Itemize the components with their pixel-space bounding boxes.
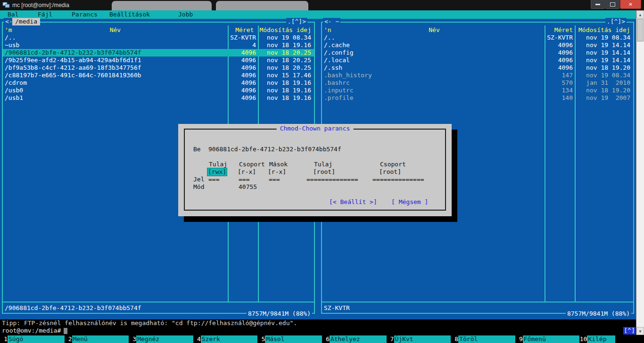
file-size: 4096 [545,57,575,64]
file-row[interactable]: /c88197b7-e665-491c-864c-76018419360b409… [3,72,314,79]
file-row[interactable]: .bashrc570jan 31 2010 [322,79,633,87]
file-row[interactable]: /usb14096nov 18 19.16 [3,94,314,102]
fkey-4-edit[interactable]: 4Szerk [193,335,258,343]
file-size: 570 [545,79,575,87]
panel-view-controls[interactable]: .[^]> [605,18,627,25]
column-headers: 'n Név Méret Módosítás idej [322,26,633,34]
menu-bar: Bal Fájl Parancs Beállítások Jobb [0,10,636,19]
owner-field[interactable]: [root] [313,168,335,176]
command-line[interactable]: root@omv:/media# [0,327,636,335]
file-row[interactable]: /bf9a53b8-c4cf-4212-aa69-18f3b347756f409… [3,64,314,72]
left-panel-path[interactable]: /media [12,18,40,25]
file-mtime: nov 19 08.34 [258,34,314,41]
file-row[interactable]: /.local4096nov 19 14.14 [322,57,633,64]
file-row[interactable]: ~usb4nov 18 19.16 [3,41,314,49]
menu-item-bal[interactable]: Bal [8,11,18,18]
scrollbar[interactable]: ▲ ▼ [636,10,644,335]
file-row[interactable]: /..SZ-KVTRnov 19 08.34 [322,34,633,41]
file-mtime: nov 18 19.16 [258,41,314,49]
file-row[interactable]: /.config4096nov 19 14.14 [322,49,633,57]
scrollbar-up-icon[interactable]: ▲ [636,10,644,18]
fkey-10-quit[interactable]: 10Kilép [579,335,644,343]
file-name: /.cache [322,41,545,49]
file-size: 4096 [228,57,258,64]
fkey-6-move[interactable]: 6Áthelyez [322,335,387,343]
mini-status: /906881cd-2bfe-4712-b232-b3f074bb574f [5,304,141,312]
owner-header: Tulaj [314,161,332,168]
file-mtime: nov 19 14.14 [575,57,633,64]
scrollbar-thumb[interactable] [637,19,644,41]
file-size: 4096 [228,87,258,94]
file-row[interactable]: /usb04096nov 18 19.16 [3,87,314,94]
file-mtime: nov 18 19.16 [258,79,314,87]
fkey-8-delete[interactable]: 8Töröl [451,335,515,343]
file-size: 134 [545,87,575,94]
menu-item-jobb[interactable]: Jobb [178,11,193,18]
minimize-button[interactable] [591,0,605,9]
file-mtime: nov 18 20.25 [258,57,314,64]
owner-perm-field[interactable]: [rwx] [207,168,227,176]
fkey-3-view[interactable]: 3Megnéz [129,335,193,343]
file-name: .profile [322,94,545,102]
close-button[interactable]: × [620,0,641,9]
menu-item-beallitasok[interactable]: Beállítások [109,11,150,18]
chmod-chown-dialog: Chmod-Chown parancs Be 906881cd-2bfe-471… [178,124,452,216]
file-name: /.local [322,57,545,64]
shell-prompt: root@omv:/media# [2,327,61,334]
file-row[interactable]: /9b25f9ee-afd2-4b15-ab94-429a4bf6d1f1409… [3,57,314,64]
file-name: ~usb [3,41,228,49]
file-row-selected[interactable]: /906881cd-2bfe-4712-b232-b3f074bb574f409… [3,49,314,57]
file-row[interactable]: .profile140nov 19 2007 [322,94,633,102]
file-row[interactable]: /.ssh4096nov 18 19.20 [322,64,633,72]
cancel-button[interactable]: [ Mégsem ] [391,198,428,206]
menu-item-fajl[interactable]: Fájl [38,11,52,18]
file-name: /bf9a53b8-c4cf-4212-aa69-18f3b347756f [3,64,228,72]
command-history-button[interactable]: [^] [623,327,636,335]
panel-view-controls[interactable]: .[^]> [286,18,307,25]
group-mark: ============== [372,176,424,183]
file-mtime: nov 19 2007 [575,94,633,102]
panel-frame-marker[interactable]: <- ~ [323,18,340,25]
other-perm-field[interactable]: [r-x] [268,168,286,176]
fkey-9-pulldown[interactable]: 9Főmenü [515,335,580,343]
maximize-button[interactable] [605,0,619,9]
file-name: /.. [322,34,545,41]
file-row[interactable]: .bash_history147nov 19 08.34 [322,72,633,79]
fkey-5-copy[interactable]: 5Másol [257,335,322,343]
file-row[interactable]: .inputrc134nov 18 19.20 [322,87,633,94]
file-size: 4096 [545,49,575,57]
other-perm-header: Mások [269,161,288,168]
file-list: /..SZ-KVTRnov 19 08.34 ~usb4nov 18 19.16… [3,34,314,102]
fkey-2-menu[interactable]: 2Menü [65,335,129,343]
mini-status-separator [3,302,314,302]
file-list: /..SZ-KVTRnov 19 08.34 /.cache4096nov 19… [322,34,633,102]
sort-indicator: 'm [5,26,12,34]
file-mtime: jan 31 2010 [575,79,633,87]
file-size: 4096 [545,64,575,72]
file-mtime: nov 18 20.25 [258,64,314,72]
file-row[interactable]: /cdrom4096nov 18 19.16 [3,79,314,87]
owner-perm-header: Tulaj [209,161,227,168]
menu-item-parancs[interactable]: Parancs [72,11,98,18]
fkey-7-mkdir[interactable]: 7ÚjKvt [387,335,451,343]
file-size: 4096 [228,79,258,87]
marks-label: Jel [193,176,204,183]
file-name: /.. [3,34,228,41]
group-perm-field[interactable]: [r-x] [238,168,256,176]
function-key-bar: 1Súgó 2Menü 3Megnéz 4Szerk 5Másol 6Áthel… [0,335,644,343]
set-button[interactable]: [< Beállít >] [329,198,377,206]
file-name: .bash_history [322,72,545,79]
file-mtime: nov 19 14.14 [575,49,633,57]
file-row[interactable]: /..SZ-KVTRnov 19 08.34 [3,34,314,41]
maximize-icon [610,2,615,7]
scrollbar-down-icon[interactable]: ▼ [636,327,644,335]
fkey-1-help[interactable]: 1Súgó [0,335,65,343]
file-name: /.ssh [322,64,545,72]
putty-icon [2,2,10,8]
owner-mark: ============== [306,176,358,183]
group-field[interactable]: [root] [379,168,401,176]
column-header-size: Méret [226,26,256,34]
terminal-window: mc [root@omv]:/media × Bal Fájl Parancs … [0,0,644,343]
column-headers: 'm Név Méret Módosítás idej [3,26,314,34]
file-row[interactable]: /.cache4096nov 19 14.14 [322,41,633,49]
